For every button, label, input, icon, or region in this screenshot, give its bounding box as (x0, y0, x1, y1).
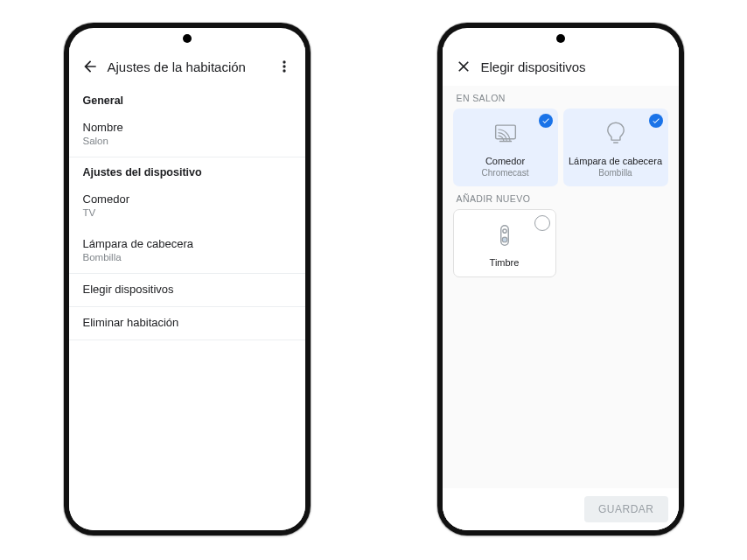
close-icon (455, 58, 472, 75)
app-bar: Elegir dispositivos (443, 47, 679, 86)
selected-badge (649, 114, 663, 128)
row-choose-devices[interactable]: Elegir dispositivos (69, 274, 305, 307)
check-icon (541, 116, 550, 125)
app-bar-title: Ajustes de la habitación (108, 60, 267, 74)
doorbell-icon (490, 220, 520, 250)
app-bar-title: Elegir dispositivos (481, 60, 675, 74)
more-vert-icon (276, 58, 293, 75)
check-icon (652, 116, 660, 125)
row-delete-room-title: Eliminar habitación (83, 316, 291, 329)
row-name-title: Nombre (83, 121, 291, 134)
tile-lampara[interactable]: Lámpara de cabecera Bombilla (563, 108, 668, 186)
row-device-lampara[interactable]: Lámpara de cabecera Bombilla (69, 228, 305, 274)
section-device-label: Ajustes del dispositivo (69, 158, 305, 184)
bottom-action-bar: GUARDAR (443, 488, 679, 530)
tile-timbre-name: Timbre (490, 257, 520, 269)
tile-lampara-name: Lámpara de cabecera (569, 156, 662, 167)
screen-choose-devices: Elegir dispositivos EN SALON Comedor Chr… (443, 47, 679, 530)
device-grid-in-room: Comedor Chromecast Lámpara de cabecera B… (443, 108, 679, 186)
phone-left: Ajustes de la habitación General Nombre … (64, 23, 311, 536)
tile-comedor-sub: Chromecast (482, 168, 529, 178)
phone-right-inner: Elegir dispositivos EN SALON Comedor Chr… (443, 28, 679, 530)
row-delete-room[interactable]: Eliminar habitación (69, 307, 305, 340)
row-device-lampara-sub: Bombilla (83, 252, 291, 262)
svg-point-5 (502, 237, 507, 242)
section-general-label: General (69, 86, 305, 112)
close-button[interactable] (446, 49, 481, 84)
svg-point-4 (502, 229, 506, 233)
row-name-value: Salon (83, 136, 291, 146)
row-choose-devices-title: Elegir dispositivos (83, 283, 291, 296)
arrow-left-icon (81, 58, 99, 75)
tile-comedor[interactable]: Comedor Chromecast (453, 108, 558, 186)
overflow-menu-button[interactable] (267, 49, 302, 84)
device-grid-add-new: Timbre (443, 209, 679, 278)
category-add-new-label: AÑADIR NUEVO (443, 186, 679, 209)
selected-badge (539, 114, 553, 128)
unselected-badge (534, 215, 550, 231)
phone-right: Elegir dispositivos EN SALON Comedor Chr… (437, 23, 684, 536)
row-device-comedor[interactable]: Comedor TV (69, 184, 305, 228)
cast-tv-icon (491, 119, 520, 149)
back-button[interactable] (73, 49, 108, 84)
row-device-comedor-sub: TV (83, 207, 291, 218)
save-button[interactable]: GUARDAR (584, 496, 668, 522)
app-bar: Ajustes de la habitación (69, 47, 305, 86)
tile-timbre[interactable]: Timbre (453, 209, 556, 278)
row-device-lampara-title: Lámpara de cabecera (83, 237, 291, 250)
phone-left-inner: Ajustes de la habitación General Nombre … (69, 28, 305, 530)
camera-notch (183, 34, 192, 43)
camera-notch (556, 34, 565, 43)
screen-room-settings: Ajustes de la habitación General Nombre … (69, 47, 305, 530)
row-name[interactable]: Nombre Salon (69, 112, 305, 158)
bulb-icon (601, 119, 631, 149)
tile-lampara-sub: Bombilla (598, 168, 632, 178)
category-in-room-label: EN SALON (443, 86, 679, 108)
row-device-comedor-title: Comedor (83, 192, 291, 206)
tile-comedor-name: Comedor (485, 156, 525, 167)
